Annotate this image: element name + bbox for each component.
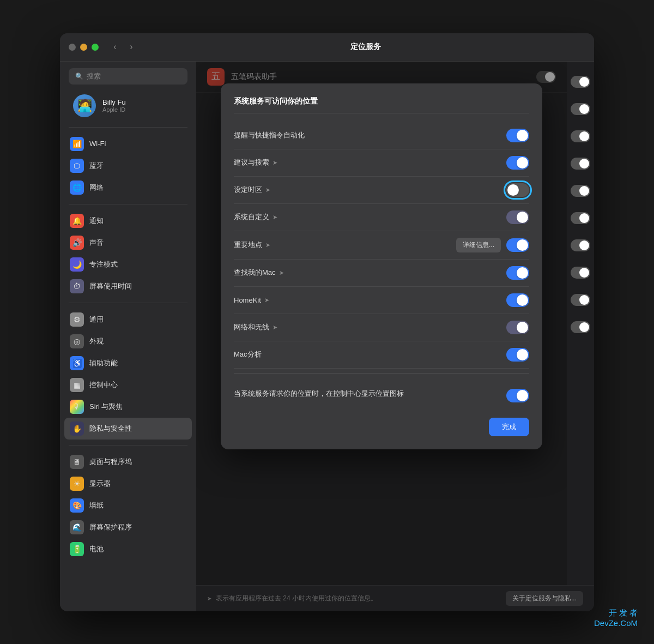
divider-2 [69, 204, 187, 204]
desktop-icon: 🖥 [70, 455, 84, 469]
toggle-dot [579, 213, 589, 223]
toggle-dot [579, 77, 589, 87]
sidebar-item-accessibility[interactable]: ♿ 辅助功能 [64, 352, 192, 374]
rt-item-1 [567, 68, 594, 95]
nav-arrows: ‹ › [107, 39, 139, 55]
screensaver-label: 屏幕保护程序 [89, 522, 132, 532]
screensaver-icon: 🌊 [70, 520, 84, 534]
sidebar-item-network[interactable]: 🌐 网络 [64, 177, 192, 198]
dialog-overlay: 系统服务可访问你的位置 提醒与快捷指令自动化 [196, 62, 567, 585]
toggle-knob [517, 349, 528, 360]
done-button[interactable]: 完成 [489, 418, 529, 436]
general-label: 通用 [89, 315, 104, 324]
findmac-label: 查找我的Mac ➤ [234, 268, 506, 278]
rt-toggle-4[interactable] [571, 158, 590, 170]
location-arrow-network: ➤ [272, 324, 277, 331]
dialog-row-important: 重要地点 ➤ 详细信息... [234, 231, 529, 260]
rt-toggle-1[interactable] [571, 76, 590, 88]
dialog-row-suggestions: 建议与搜索 ➤ [234, 149, 529, 177]
user-profile[interactable]: 🧑‍💻 Billy Fu Apple ID [64, 89, 192, 124]
focus-icon: 🌙 [70, 257, 84, 272]
location-arrow-findmac: ➤ [279, 269, 284, 276]
sound-label: 声音 [89, 238, 104, 248]
general-icon: ⚙ [70, 312, 84, 327]
search-bar[interactable]: 🔍 搜索 [69, 68, 187, 85]
sidebar-item-siri[interactable]: 🎙 Siri 与聚焦 [64, 396, 192, 418]
rt-item-8 [567, 259, 594, 286]
dialog-row-analytics: Mac分析 [234, 341, 529, 369]
important-label: 重要地点 ➤ [234, 240, 456, 250]
toggle-knob [517, 130, 528, 141]
sidebar-item-focus[interactable]: 🌙 专注模式 [64, 254, 192, 275]
dialog-row-homekit: HomeKit ➤ [234, 287, 529, 314]
sidebar-item-notifications[interactable]: 🔔 通知 [64, 210, 192, 232]
watermark: 开 发 者 DevZe.CoM [594, 608, 638, 628]
close-button[interactable] [69, 44, 76, 51]
minimize-button[interactable] [80, 44, 87, 51]
location-notice-text: 当系统服务请求你的位置时，在控制中心显示位置图标 [234, 389, 502, 399]
privacy-label: 隐私与安全性 [89, 424, 132, 434]
sidebar-item-displays[interactable]: ☀ 显示器 [64, 473, 192, 495]
sound-icon: 🔊 [70, 236, 84, 250]
sidebar-item-screensaver[interactable]: 🌊 屏幕保护程序 [64, 516, 192, 538]
sidebar-item-privacy[interactable]: ✋ 隐私与安全性 [64, 418, 192, 440]
location-arrow-suggestions: ➤ [272, 159, 277, 166]
findmac-toggle[interactable] [506, 266, 529, 280]
analytics-toggle[interactable] [506, 348, 529, 362]
dialog-bottom-section: 当系统服务请求你的位置时，在控制中心显示位置图标 完成 [234, 373, 529, 436]
sidebar-item-wifi[interactable]: 📶 Wi-Fi [64, 133, 192, 155]
homekit-toggle[interactable] [506, 293, 529, 307]
dialog-row-reminders: 提醒与快捷指令自动化 [234, 122, 529, 149]
suggestions-label: 建议与搜索 ➤ [234, 158, 506, 167]
toggle-knob [517, 212, 528, 223]
sidebar-item-sound[interactable]: 🔊 声音 [64, 232, 192, 254]
rt-toggle-10[interactable] [571, 321, 590, 333]
network-toggle[interactable] [506, 321, 529, 334]
rt-toggle-2[interactable] [571, 103, 590, 115]
homekit-label: HomeKit ➤ [234, 296, 506, 304]
sidebar-item-screentime[interactable]: ⏱ 屏幕使用时间 [64, 275, 192, 297]
important-toggle[interactable] [506, 238, 529, 252]
rt-toggle-9[interactable] [571, 294, 590, 306]
bottom-detail-button[interactable]: 关于定位服务与隐私... [506, 591, 583, 606]
sidebar-item-control[interactable]: ▦ 控制中心 [64, 374, 192, 396]
sidebar-section-network: 📶 Wi-Fi ⬡ 蓝牙 🌐 网络 [64, 133, 192, 198]
rt-toggle-3[interactable] [571, 130, 590, 142]
notifications-icon: 🔔 [70, 214, 84, 228]
maximize-button[interactable] [92, 44, 99, 51]
sidebar-item-general[interactable]: ⚙ 通用 [64, 309, 192, 330]
back-button[interactable]: ‹ [107, 39, 123, 55]
bottom-bar: ➤ 表示有应用程序在过去 24 小时内使用过你的位置信息。 关于定位服务与隐私.… [196, 585, 594, 611]
sidebar-item-appearance[interactable]: ◎ 外观 [64, 330, 192, 352]
location-notice-toggle[interactable] [506, 389, 529, 402]
rt-toggle-7[interactable] [571, 239, 590, 251]
reminders-toggle[interactable] [506, 129, 529, 142]
rt-toggle-5[interactable] [571, 185, 590, 197]
rt-toggle-8[interactable] [571, 267, 590, 279]
main-area: 🔍 搜索 🧑‍💻 Billy Fu Apple ID 📶 Wi-Fi [60, 62, 594, 611]
timezone-toggle[interactable] [506, 183, 529, 197]
sidebar-item-wallpaper[interactable]: 🎨 墙纸 [64, 495, 192, 516]
control-label: 控制中心 [89, 380, 118, 390]
rt-toggle-6[interactable] [571, 212, 590, 224]
sidebar-item-desktop[interactable]: 🖥 桌面与程序坞 [64, 451, 192, 473]
network-label: 网络 [89, 183, 104, 192]
suggestions-toggle[interactable] [506, 156, 529, 170]
customize-label: 系统自定义 ➤ [234, 212, 506, 222]
appearance-label: 外观 [89, 336, 104, 346]
toggle-dot [579, 131, 589, 141]
toggle-knob [507, 184, 519, 196]
location-arrow-timezone: ➤ [265, 186, 270, 194]
toggle-knob [517, 322, 528, 333]
forward-button[interactable]: › [124, 39, 139, 55]
toggle-dot [579, 186, 589, 196]
location-arrow-customize: ➤ [272, 214, 277, 221]
sidebar-item-battery[interactable]: 🔋 电池 [64, 538, 192, 560]
siri-label: Siri 与聚焦 [89, 402, 123, 412]
customize-toggle[interactable] [506, 210, 529, 224]
sidebar-item-bluetooth[interactable]: ⬡ 蓝牙 [64, 155, 192, 177]
important-detail-btn[interactable]: 详细信息... [456, 238, 501, 252]
screentime-label: 屏幕使用时间 [89, 281, 132, 291]
window-title: 定位服务 [146, 42, 585, 52]
search-placeholder: 搜索 [87, 71, 101, 81]
